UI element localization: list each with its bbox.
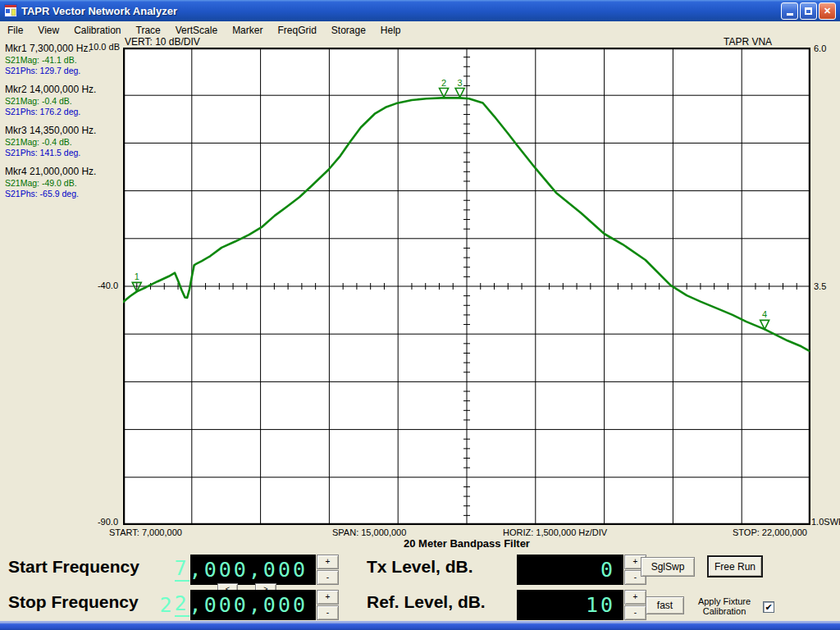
menu-item-storage[interactable]: Storage [324, 22, 373, 39]
tx-level-display[interactable]: 0 [517, 555, 623, 585]
start-frequency-rest-digits: ,000,000 [189, 558, 308, 582]
menu-item-view[interactable]: View [30, 22, 66, 39]
ref-level-decrement-button[interactable]: - [624, 605, 646, 620]
marker-readout-3: Mkr3 14,350,000 Hz. S21Mag: -0.4 dB. S21… [5, 125, 121, 158]
y-axis-label-top: 10.0 dB [82, 42, 120, 52]
apply-fixture-calibration-checkbox[interactable]: ✔ [763, 601, 774, 613]
marker-readout-4: Mkr4 21,000,000 Hz. S21Mag: -49.0 dB. S2… [5, 166, 121, 199]
y-axis-label-bottom: -90.0 [80, 517, 118, 527]
check-icon: ✔ [765, 602, 772, 612]
start-frequency-display[interactable]: 7,000,000 [190, 555, 316, 585]
marker3-s21phs: S21Phs: 141.5 deg. [5, 148, 121, 158]
x-axis-stop-label: STOP: 22,000,000 [733, 527, 807, 537]
start-frequency-increment-button[interactable]: + [317, 555, 339, 569]
swr-axis-label-top: 6.0 [814, 43, 826, 53]
svg-text:2: 2 [441, 78, 446, 88]
marker2-title: Mkr2 14,000,000 Hz. [5, 84, 121, 96]
apply-fixture-calibration-label: Apply Fixture Calibration [687, 596, 761, 616]
maximize-icon [805, 7, 812, 15]
plot-title: 20 Meter Bandpass Filter [344, 537, 590, 550]
ref-level-increment-button[interactable]: + [624, 590, 646, 605]
stop-frequency-spinner: + - [317, 590, 339, 620]
marker2-s21mag: S21Mag: -0.4 dB. [5, 96, 121, 107]
marker-readout-2: Mkr2 14,000,000 Hz. S21Mag: -0.4 dB. S21… [5, 84, 121, 117]
marker1-s21mag: S21Mag: -41.1 dB. [5, 55, 121, 66]
marker-readout-panel: Mkr1 7,300,000 Hz. S21Mag: -41.1 dB. S21… [5, 43, 121, 207]
single-sweep-button[interactable]: SglSwp [641, 557, 695, 577]
maximize-button[interactable] [800, 2, 817, 20]
stop-frequency-rest-digits: ,000,000 [189, 593, 308, 617]
ref-level-display[interactable]: 10 [517, 590, 623, 620]
svg-text:3: 3 [458, 78, 463, 88]
start-frequency-decrement-button[interactable]: - [317, 570, 339, 585]
menu-item-calibration[interactable]: Calibration [66, 22, 128, 39]
stop-frequency-cursor-digit: 2 [175, 593, 189, 616]
x-axis-start-label: START: 7,000,000 [109, 527, 182, 537]
window-bottom-border [0, 621, 840, 630]
fast-button[interactable]: fast [646, 596, 684, 614]
title-bar: TAPR Vector Network Analyzer ✕ [0, 0, 840, 21]
chart-plot-area: 1234 [123, 48, 810, 525]
brand-label: TAPR VNA [724, 36, 772, 48]
ref-level-label: Ref. Level, dB. [367, 592, 486, 612]
marker3-s21mag: S21Mag: -0.4 dB. [5, 137, 121, 148]
ref-level-digits: 10 [586, 593, 615, 617]
y-axis-label-mid: -40.0 [80, 281, 118, 290]
swr-axis-label-mid: 3.5 [814, 281, 826, 291]
stop-frequency-increment-button[interactable]: + [317, 590, 339, 605]
start-frequency-cursor-digit: 7 [175, 558, 189, 581]
menu-item-freqgrid[interactable]: FreqGrid [270, 22, 323, 39]
free-run-button[interactable]: Free Run [707, 555, 763, 578]
ref-level-spinner: + - [624, 590, 646, 620]
marker4-title: Mkr4 21,000,000 Hz. [5, 166, 121, 178]
swr-axis-label-bottom: 1.0SWR [811, 517, 840, 527]
stop-frequency-label: Stop Frequency [8, 592, 139, 612]
menu-item-marker[interactable]: Marker [225, 22, 270, 39]
window-title: TAPR Vector Network Analyzer [21, 5, 777, 17]
marker2-s21phs: S21Phs: 176.2 deg. [5, 107, 121, 117]
vert-scale-label: VERT: 10 dB/DIV [125, 36, 200, 48]
marker3-title: Mkr3 14,350,000 Hz. [5, 125, 121, 137]
app-window: { "window": { "title": "TAPR Vector Netw… [0, 0, 840, 630]
s21-trace-plot: 1234 [123, 48, 810, 525]
minimize-icon [787, 13, 793, 16]
app-icon [4, 4, 17, 17]
stop-frequency-prefix-digits: 2 [159, 593, 174, 617]
menu-item-file[interactable]: File [0, 22, 30, 39]
start-frequency-spinner: + - [317, 555, 339, 585]
svg-text:1: 1 [135, 272, 139, 281]
close-button[interactable]: ✕ [819, 2, 836, 20]
marker4-s21mag: S21Mag: -49.0 dB. [5, 178, 121, 189]
x-axis-horiz-label: HORIZ: 1,500,000 Hz/DIV [503, 527, 607, 537]
menu-item-help[interactable]: Help [373, 22, 409, 39]
tx-level-label: Tx Level, dB. [367, 557, 473, 577]
stop-frequency-decrement-button[interactable]: - [317, 605, 339, 620]
svg-text:4: 4 [762, 309, 767, 319]
marker1-s21phs: S21Phs: 129.7 deg. [5, 66, 121, 76]
minimize-button[interactable] [781, 2, 798, 20]
tx-level-digits: 0 [600, 558, 615, 582]
stop-frequency-display[interactable]: 22,000,000 [190, 590, 316, 620]
close-icon: ✕ [824, 6, 831, 16]
x-axis-span-label: SPAN: 15,000,000 [332, 527, 406, 537]
marker4-s21phs: S21Phs: -65.9 deg. [5, 189, 121, 199]
start-frequency-label: Start Frequency [8, 557, 139, 577]
